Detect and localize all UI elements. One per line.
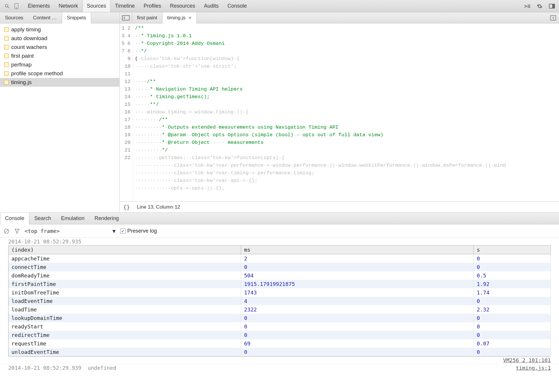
sidebar-tab[interactable]: Sources xyxy=(0,12,28,23)
sidebar: SourcesContent …Snippets apply timingaut… xyxy=(0,12,120,212)
snippet-file-item[interactable]: count wachers xyxy=(0,43,119,52)
main-toolbar: ElementsNetworkSourcesTimelineProfilesRe… xyxy=(0,0,559,12)
panel-tab-sources[interactable]: Sources xyxy=(82,0,111,12)
panel-tab-network[interactable]: Network xyxy=(54,0,82,12)
tab-label: timing.js xyxy=(167,15,185,21)
panel-tabs: ElementsNetworkSourcesTimelineProfilesRe… xyxy=(23,0,251,12)
file-label: count wachers xyxy=(11,44,47,50)
snippet-file-item[interactable]: auto download xyxy=(0,34,119,43)
device-icon[interactable] xyxy=(12,1,21,11)
svg-line-9 xyxy=(5,230,8,233)
dock-side-icon[interactable] xyxy=(547,1,557,11)
line-gutter: 1 2 3 4 5 6 7 8 9 10 11 12 13 14 15 16 1… xyxy=(120,23,133,201)
editor-area: first painttiming.js✕ 1 2 3 4 5 6 7 8 9 … xyxy=(120,12,559,212)
preserve-log-checkbox[interactable]: ✓ Preserve log xyxy=(120,228,157,234)
panel-tab-console[interactable]: Console xyxy=(223,0,251,12)
code-content[interactable]: /** ··*·Timing.js·1.0.1 ··*·Copyright·20… xyxy=(133,23,559,201)
drawer: ConsoleSearchEmulationRendering <top fra… xyxy=(0,213,559,392)
frame-selector[interactable]: <top frame> ▼ xyxy=(25,228,116,234)
table-row: loadTime23222.32 xyxy=(9,305,551,314)
sidebar-tabs: SourcesContent …Snippets xyxy=(0,12,119,23)
devtools-root: ElementsNetworkSourcesTimelineProfilesRe… xyxy=(0,0,559,392)
console-toolbar: <top frame> ▼ ✓ Preserve log xyxy=(0,224,559,238)
checkbox-checked-icon: ✓ xyxy=(120,229,126,234)
table-row: firstPaintTime1915.179199218751.92 xyxy=(9,280,551,288)
pretty-print-icon[interactable]: {} xyxy=(123,204,130,210)
message-source-link[interactable]: timing.js:1 xyxy=(516,365,551,371)
svg-point-3 xyxy=(16,8,17,8)
cursor-position: Line 13, Column 12 xyxy=(137,204,180,210)
sidebar-tab[interactable]: Content … xyxy=(28,12,62,23)
editor-tab[interactable]: timing.js✕ xyxy=(162,12,197,23)
svg-rect-5 xyxy=(553,4,555,8)
file-label: apply timing xyxy=(11,26,41,33)
table-header[interactable]: ms xyxy=(241,246,474,254)
drawer-tab-rendering[interactable]: Rendering xyxy=(89,213,124,224)
toggle-debugger-pane-icon[interactable] xyxy=(547,12,559,23)
file-label: first paint xyxy=(11,53,34,59)
editor-statusbar: {} Line 13, Column 12 xyxy=(120,201,559,212)
table-row: requestTime690.07 xyxy=(9,339,551,348)
code-viewport[interactable]: 1 2 3 4 5 6 7 8 9 10 11 12 13 14 15 16 1… xyxy=(120,23,559,201)
nav-history-icon[interactable] xyxy=(120,12,132,23)
panel-tab-audits[interactable]: Audits xyxy=(200,0,223,12)
table-row: loadEventTime40 xyxy=(9,297,551,305)
table-row: initDomTreeTime17431.74 xyxy=(9,288,551,297)
table-row: appcacheTime20 xyxy=(9,254,551,263)
drawer-tab-search[interactable]: Search xyxy=(29,213,56,224)
close-icon[interactable]: ✕ xyxy=(188,16,192,20)
panel-tab-timeline[interactable]: Timeline xyxy=(111,0,139,12)
panel-tab-resources[interactable]: Resources xyxy=(166,0,200,12)
snippet-file-icon xyxy=(4,80,9,85)
chevron-down-icon: ▼ xyxy=(112,228,116,234)
file-label: timing.js xyxy=(11,79,32,86)
file-label: perfmap xyxy=(11,62,32,68)
filter-icon[interactable] xyxy=(14,228,20,234)
toolbar-right: >​≡ xyxy=(523,1,557,11)
console-line: 2014-10-21 08:52:29.939 undefined timing… xyxy=(0,364,559,371)
svg-point-0 xyxy=(5,4,8,7)
svg-marker-10 xyxy=(15,229,19,233)
table-row: connectTime00 xyxy=(9,263,551,271)
svg-line-1 xyxy=(8,7,9,8)
snippet-file-item[interactable]: profile scope method xyxy=(0,69,119,78)
clear-console-icon[interactable] xyxy=(4,228,9,234)
editor-tab[interactable]: first paint xyxy=(132,12,162,23)
snippet-file-item[interactable]: perfmap xyxy=(0,60,119,69)
sidebar-tab[interactable]: Snippets xyxy=(62,12,91,23)
table-header[interactable]: s xyxy=(474,246,551,254)
snippet-file-icon xyxy=(4,45,9,50)
console-output[interactable]: 2014-10-21 08:52:29.935 (index)mss appca… xyxy=(0,238,559,392)
table-header[interactable]: (index) xyxy=(9,246,241,254)
panel-tab-elements[interactable]: Elements xyxy=(23,0,54,12)
table-row: unloadEventTime00 xyxy=(9,348,551,357)
table-row: domReadyTime5040.5 xyxy=(9,271,551,280)
search-icon[interactable] xyxy=(2,1,12,11)
console-table: (index)mss appcacheTime20connectTime00do… xyxy=(8,245,551,357)
table-row: readyStart00 xyxy=(9,322,551,331)
sources-body: SourcesContent …Snippets apply timingaut… xyxy=(0,12,559,213)
panel-tab-profiles[interactable]: Profiles xyxy=(139,0,165,12)
table-row: lookupDomainTime00 xyxy=(9,314,551,322)
editor-tabbar: first painttiming.js✕ xyxy=(120,12,559,23)
snippet-file-item[interactable]: timing.js xyxy=(0,78,119,87)
file-label: auto download xyxy=(11,35,48,42)
log-timestamp: 2014-10-21 08:52:29.935 xyxy=(0,238,559,245)
console-drawer-icon[interactable]: >​≡ xyxy=(523,1,532,11)
message-source-link[interactable]: VM256 2 101:101 xyxy=(0,357,559,364)
svg-rect-6 xyxy=(122,16,129,20)
snippet-file-item[interactable]: apply timing xyxy=(0,25,119,34)
snippets-file-list: apply timingauto downloadcount wachersfi… xyxy=(0,23,119,212)
drawer-tabs: ConsoleSearchEmulationRendering xyxy=(0,213,559,224)
settings-gear-icon[interactable] xyxy=(535,1,544,11)
drawer-tab-emulation[interactable]: Emulation xyxy=(56,213,89,224)
snippet-file-icon xyxy=(4,36,9,41)
snippet-file-icon xyxy=(4,71,9,76)
table-row: redirectTime00 xyxy=(9,331,551,339)
tab-label: first paint xyxy=(137,15,157,21)
snippet-file-item[interactable]: first paint xyxy=(0,52,119,60)
snippet-file-icon xyxy=(4,27,9,32)
snippet-file-icon xyxy=(4,54,9,58)
snippet-file-icon xyxy=(4,62,9,67)
drawer-tab-console[interactable]: Console xyxy=(0,213,29,224)
